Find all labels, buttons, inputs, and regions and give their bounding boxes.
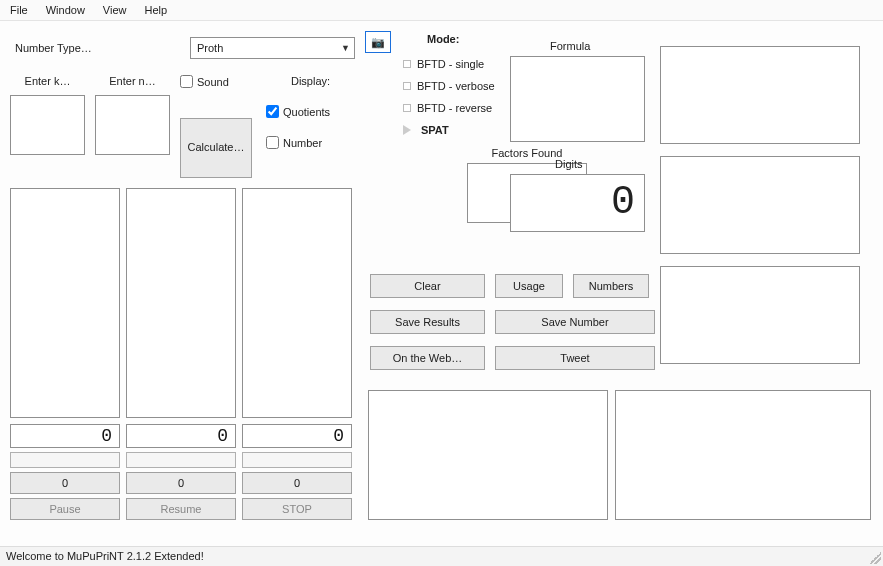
progress-3 (242, 452, 352, 468)
clear-button[interactable]: Clear (370, 274, 485, 298)
enter-n-input[interactable] (95, 95, 170, 155)
enter-k-input[interactable] (10, 95, 85, 155)
camera-button[interactable]: 📷 (365, 31, 391, 53)
action-buttons: Clear Usage Numbers Save Results Save Nu… (370, 274, 655, 382)
quotients-checkbox[interactable] (266, 105, 279, 118)
menu-window[interactable]: Window (46, 4, 85, 16)
lcd-1: 0 (10, 424, 120, 448)
mode-item-label: BFTD - single (417, 58, 484, 70)
formula-box[interactable] (510, 56, 645, 142)
digits-display: 0 (510, 174, 645, 232)
on-the-web-button[interactable]: On the Web… (370, 346, 485, 370)
number-checkbox[interactable] (266, 136, 279, 149)
mode-item-label: BFTD - verbose (417, 80, 495, 92)
status-text: Welcome to MuPuPriNT 2.1.2 Extended! (6, 550, 204, 562)
save-results-button[interactable]: Save Results (370, 310, 485, 334)
numbertype-label: Number Type… (10, 42, 190, 54)
output-box-3[interactable] (242, 188, 352, 418)
mode-label: Mode: (427, 33, 655, 45)
lcd-3: 0 (242, 424, 352, 448)
enter-k-label: Enter k… (25, 75, 71, 87)
menu-view[interactable]: View (103, 4, 127, 16)
mode-item-label: BFTD - reverse (417, 102, 492, 114)
selected-arrow-icon (403, 125, 415, 135)
counter-3: 0 (242, 472, 352, 494)
radio-icon (403, 82, 411, 90)
sound-label: Sound (197, 76, 229, 88)
progress-2 (126, 452, 236, 468)
radio-icon (403, 60, 411, 68)
left-panel: Number Type… Proth ▼ Enter k… Enter n… S… (10, 29, 355, 520)
right-box-2[interactable] (660, 156, 860, 254)
progress-1 (10, 452, 120, 468)
number-label: Number (283, 137, 322, 149)
numbertype-combo[interactable]: Proth ▼ (190, 37, 355, 59)
right-box-3[interactable] (660, 266, 860, 364)
save-number-button[interactable]: Save Number (495, 310, 655, 334)
factors-found-label: Factors Found (399, 147, 655, 159)
calculate-button[interactable]: Calculate… (180, 118, 252, 178)
usage-button[interactable]: Usage (495, 274, 563, 298)
display-label: Display: (266, 75, 330, 87)
counter-1: 0 (10, 472, 120, 494)
output-box-1[interactable] (10, 188, 120, 418)
radio-icon (403, 104, 411, 112)
pause-button[interactable]: Pause (10, 498, 120, 520)
tweet-button[interactable]: Tweet (495, 346, 655, 370)
formula-label: Formula (550, 40, 590, 52)
sound-checkbox[interactable] (180, 75, 193, 88)
bottom-textarea-right[interactable] (615, 390, 871, 520)
enter-n-label: Enter n… (109, 75, 155, 87)
output-box-2[interactable] (126, 188, 236, 418)
digits-label: Digits (555, 158, 583, 170)
lcd-2: 0 (126, 424, 236, 448)
numbertype-value: Proth (197, 42, 223, 54)
resize-grip-icon[interactable] (869, 552, 881, 564)
mode-item-label: SPAT (421, 124, 449, 136)
stop-button[interactable]: STOP (242, 498, 352, 520)
right-box-1[interactable] (660, 46, 860, 144)
chevron-down-icon: ▼ (341, 43, 350, 53)
menu-help[interactable]: Help (145, 4, 168, 16)
resume-button[interactable]: Resume (126, 498, 236, 520)
status-bar: Welcome to MuPuPriNT 2.1.2 Extended! (0, 546, 883, 566)
menu-file[interactable]: File (10, 4, 28, 16)
numbers-button[interactable]: Numbers (573, 274, 649, 298)
menubar: File Window View Help (0, 0, 883, 21)
bottom-textarea-left[interactable] (368, 390, 608, 520)
counter-2: 0 (126, 472, 236, 494)
quotients-label: Quotients (283, 106, 330, 118)
camera-icon: 📷 (371, 36, 385, 49)
